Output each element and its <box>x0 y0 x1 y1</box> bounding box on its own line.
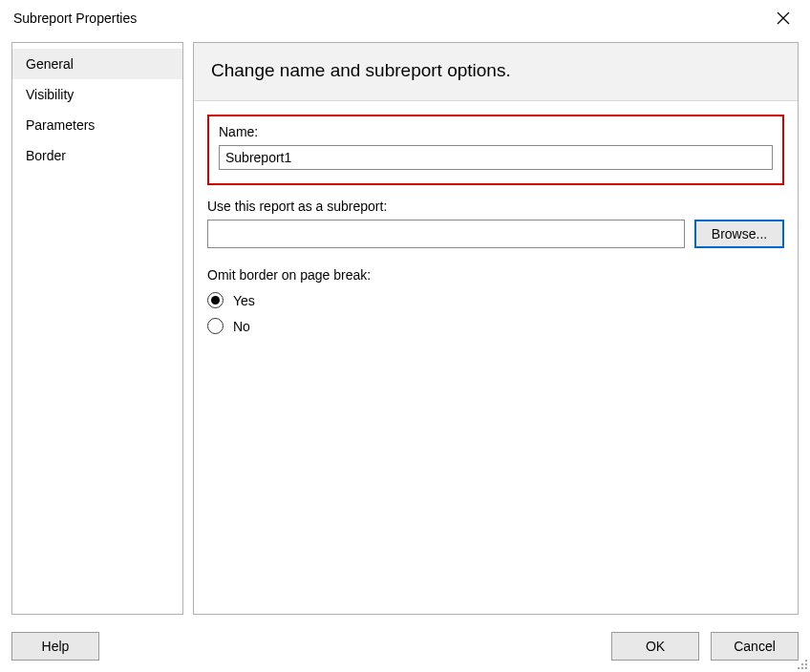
sidebar-item-general[interactable]: General <box>12 49 182 79</box>
svg-point-3 <box>801 663 803 665</box>
panel-body: Name: Use this report as a subreport: Br… <box>194 101 798 614</box>
radio-row-yes[interactable]: Yes <box>207 292 784 308</box>
close-button[interactable] <box>768 5 799 32</box>
resize-grip-icon[interactable] <box>795 657 808 670</box>
main-panel: Change name and subreport options. Name:… <box>193 42 799 615</box>
radio-row-no[interactable]: No <box>207 318 784 334</box>
sidebar-item-label: Border <box>26 148 66 163</box>
name-section-highlight: Name: <box>207 115 784 185</box>
svg-point-5 <box>798 667 799 669</box>
radio-no[interactable] <box>207 318 224 334</box>
panel-heading: Change name and subreport options. <box>194 43 798 101</box>
name-label: Name: <box>219 124 773 139</box>
name-input[interactable] <box>219 145 773 170</box>
cancel-button[interactable]: Cancel <box>711 632 799 661</box>
sidebar-item-label: Parameters <box>26 117 95 133</box>
radio-yes[interactable] <box>207 292 224 308</box>
titlebar: Subreport Properties <box>0 0 810 34</box>
sidebar-item-label: General <box>26 56 74 72</box>
browse-button[interactable]: Browse... <box>694 220 784 248</box>
help-button[interactable]: Help <box>11 632 99 661</box>
sidebar-item-parameters[interactable]: Parameters <box>12 110 182 140</box>
radio-yes-label: Yes <box>233 293 255 308</box>
radio-yes-dot <box>211 296 220 304</box>
window-title: Subreport Properties <box>13 10 137 26</box>
subreport-row: Browse... <box>207 220 784 248</box>
svg-point-4 <box>805 663 807 665</box>
omit-border-label: Omit border on page break: <box>207 267 784 283</box>
bottom-bar: Help OK Cancel <box>11 632 799 661</box>
subreport-section: Use this report as a subreport: Browse..… <box>207 199 784 248</box>
svg-point-2 <box>805 660 807 662</box>
subreport-path-input[interactable] <box>207 220 685 248</box>
svg-point-7 <box>805 667 807 669</box>
sidebar-item-label: Visibility <box>26 87 74 102</box>
ok-button[interactable]: OK <box>611 632 699 661</box>
use-report-label: Use this report as a subreport: <box>207 199 784 214</box>
svg-point-6 <box>801 667 803 669</box>
sidebar-item-border[interactable]: Border <box>12 140 182 171</box>
close-icon <box>777 11 790 25</box>
sidebar-item-visibility[interactable]: Visibility <box>12 79 182 110</box>
ok-cancel-group: OK Cancel <box>611 632 799 661</box>
sidebar: General Visibility Parameters Border <box>11 42 183 615</box>
radio-no-label: No <box>233 319 250 334</box>
content-area: General Visibility Parameters Border Cha… <box>11 42 799 615</box>
omit-border-section: Omit border on page break: Yes No <box>207 267 784 334</box>
